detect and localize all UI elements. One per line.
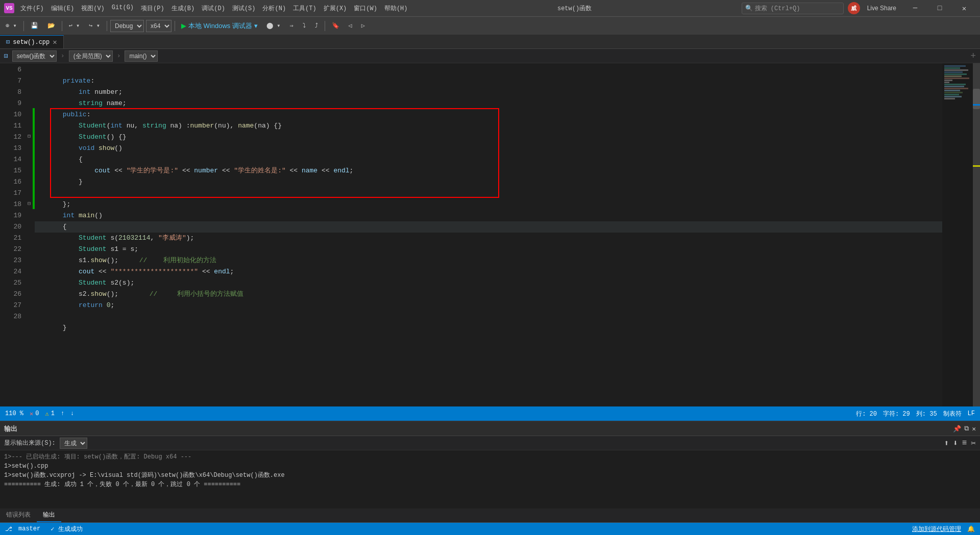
toolbar-open[interactable]: 📂 bbox=[44, 20, 59, 31]
fold-11 bbox=[26, 119, 33, 131]
toolbar-bookmark[interactable]: 🔖 bbox=[328, 20, 343, 31]
toolbar-step-over[interactable]: ⇒ bbox=[286, 20, 297, 31]
output-source-label: 显示输出来源(S): bbox=[4, 439, 56, 447]
title-right: 🔍 搜索 (Ctrl+Q) 威 Live Share ─ □ ✕ bbox=[742, 0, 976, 16]
menu-test[interactable]: 测试(S) bbox=[232, 4, 256, 13]
search-icon: 🔍 bbox=[745, 5, 753, 12]
line-num-25: 25 bbox=[0, 277, 21, 289]
toolbar-breakpoint[interactable]: ⬤ ▾ bbox=[263, 20, 284, 31]
bottom-status-bar: ⎇ master ✓ 生成成功 添加到源代码管理 🔔 bbox=[0, 523, 980, 535]
play-icon: ▶ bbox=[181, 22, 186, 30]
line-num-11: 11 bbox=[0, 120, 21, 132]
tab-output[interactable]: 输出 bbox=[37, 508, 61, 522]
live-share-button[interactable]: Live Share bbox=[864, 4, 899, 13]
toolbar-divider-4 bbox=[175, 21, 175, 31]
status-bar: 110 % ✕ 0 ⚠ 1 ↑ ↓ 行: 20 字符: 29 列: 35 制表符… bbox=[0, 406, 980, 421]
branch-icon: ⎇ bbox=[5, 525, 12, 533]
source-control-label[interactable]: 添加到源代码管理 bbox=[912, 525, 961, 533]
tab-setw-cpp[interactable]: ⊡ setw().cpp ✕ bbox=[0, 35, 64, 48]
toolbar-redo[interactable]: ↪ ▾ bbox=[85, 20, 104, 31]
code-line-9: public: bbox=[35, 98, 942, 109]
code-line-27 bbox=[35, 300, 942, 311]
nav-bar: ⊡ setw()函数 › (全局范围) › main() + bbox=[0, 49, 980, 63]
editor-scrollbar[interactable] bbox=[973, 63, 980, 406]
menu-project[interactable]: 项目(P) bbox=[141, 4, 164, 13]
encoding-info: LF bbox=[968, 410, 975, 417]
menu-bar: 文件(F) 编辑(E) 视图(V) Git(G) 项目(P) 生成(B) 调试(… bbox=[20, 4, 408, 13]
close-button[interactable]: ✕ bbox=[952, 0, 976, 16]
tab-info: 制表符 bbox=[943, 410, 962, 418]
output-close-button[interactable]: ✕ bbox=[972, 425, 976, 433]
fold-column: ⊟ ⊟ bbox=[26, 63, 33, 406]
output-toolbar-btn-3[interactable]: ≡ bbox=[962, 439, 967, 448]
line-num-19: 19 bbox=[0, 210, 21, 221]
toolbar-bookmark-next[interactable]: ▷ bbox=[358, 20, 369, 31]
run-button[interactable]: ▶ 本地 Windows 调试器 ▾ bbox=[178, 20, 261, 32]
toolbar-step-out[interactable]: ⤴ bbox=[311, 20, 322, 31]
output-pin-button[interactable]: 📌 bbox=[953, 425, 961, 433]
debug-config-selector[interactable]: Debug bbox=[110, 20, 144, 32]
code-line-28: } bbox=[35, 311, 942, 322]
output-toolbar-btn-2[interactable]: ⬇ bbox=[953, 438, 958, 448]
output-toolbar-btn-4[interactable]: ✂ bbox=[971, 438, 976, 448]
fold-28 bbox=[26, 310, 33, 321]
down-nav[interactable]: ↓ bbox=[70, 410, 74, 417]
menu-edit[interactable]: 编辑(E) bbox=[51, 4, 75, 13]
output-source-select[interactable]: 生成 bbox=[60, 438, 87, 449]
fold-13 bbox=[26, 142, 33, 153]
fold-12[interactable]: ⊟ bbox=[26, 131, 33, 142]
toolbar-undo[interactable]: ↩ ▾ bbox=[65, 20, 84, 31]
fold-15 bbox=[26, 164, 33, 175]
up-nav[interactable]: ↑ bbox=[61, 410, 64, 417]
menu-window[interactable]: 窗口(W) bbox=[354, 4, 377, 13]
menu-file[interactable]: 文件(F) bbox=[20, 4, 44, 13]
tab-bar: ⊡ setw().cpp ✕ bbox=[0, 35, 980, 49]
toolbar-save-all[interactable]: 💾 bbox=[27, 20, 42, 31]
fold-18[interactable]: ⊟ bbox=[26, 198, 33, 209]
nav-class-selector[interactable]: setw()函数 bbox=[12, 50, 57, 62]
line-num-23: 23 bbox=[0, 255, 21, 266]
menu-extend[interactable]: 扩展(X) bbox=[324, 4, 347, 13]
bottom-status-left: ⎇ master ✓ 生成成功 bbox=[5, 525, 83, 533]
col-info: 列: 35 bbox=[916, 410, 937, 418]
output-float-button[interactable]: ⧉ bbox=[964, 425, 969, 433]
toolbar: ⊕ ▾ 💾 📂 ↩ ▾ ↪ ▾ Debug x64 ▶ 本地 Windows 调… bbox=[0, 16, 980, 35]
code-line-7: int number; bbox=[35, 75, 942, 87]
code-line-6: private: bbox=[35, 64, 942, 75]
bottom-status-right: 添加到源代码管理 🔔 bbox=[912, 525, 975, 533]
nav-member-selector[interactable]: main() bbox=[125, 50, 158, 62]
tab-close-button[interactable]: ✕ bbox=[53, 38, 57, 46]
code-line-16 bbox=[35, 176, 942, 188]
menu-git[interactable]: Git(G) bbox=[112, 4, 134, 13]
code-area[interactable]: private: int number; string name; public… bbox=[35, 63, 942, 406]
platform-selector[interactable]: x64 bbox=[146, 20, 172, 32]
menu-tools[interactable]: 工具(T) bbox=[293, 4, 316, 13]
output-toolbar-btn-1[interactable]: ⬆ bbox=[944, 438, 949, 448]
minimize-button[interactable]: ─ bbox=[903, 0, 927, 16]
maximize-button[interactable]: □ bbox=[928, 0, 951, 16]
tab-label: setw().cpp bbox=[13, 39, 50, 46]
scrollbar-thumb[interactable] bbox=[973, 89, 980, 109]
line-num-9: 9 bbox=[0, 98, 21, 109]
menu-view[interactable]: 视图(V) bbox=[81, 4, 105, 13]
code-line-14: cout << "学生的学号是:" << number << "学生的姓名是:"… bbox=[35, 154, 942, 165]
menu-build[interactable]: 生成(B) bbox=[172, 4, 195, 13]
zoom-level: 110 % bbox=[5, 410, 23, 417]
line-num-10: 10 bbox=[0, 109, 21, 120]
menu-analyze[interactable]: 分析(N) bbox=[262, 4, 286, 13]
toolbar-divider-1 bbox=[23, 21, 24, 31]
toolbar-bookmark-prev[interactable]: ◁ bbox=[345, 20, 356, 31]
search-box[interactable]: 🔍 搜索 (Ctrl+Q) bbox=[742, 3, 844, 14]
menu-debug[interactable]: 调试(D) bbox=[202, 4, 225, 13]
nav-scope-selector[interactable]: (全局范围) bbox=[69, 50, 113, 62]
output-line-2: 1>setw()函数.vcxproj -> E:\visual std(源码)\… bbox=[4, 471, 976, 480]
line-num-13: 13 bbox=[0, 143, 21, 154]
tab-error-list[interactable]: 错误列表 bbox=[0, 508, 37, 522]
nav-pin-button[interactable]: + bbox=[970, 51, 976, 61]
build-success-label: ✓ 生成成功 bbox=[51, 525, 82, 533]
menu-help[interactable]: 帮助(H) bbox=[384, 4, 408, 13]
vs-logo: VS bbox=[4, 3, 14, 13]
title-bar: VS 文件(F) 编辑(E) 视图(V) Git(G) 项目(P) 生成(B) … bbox=[0, 0, 980, 16]
toolbar-step-in[interactable]: ⤵ bbox=[299, 20, 309, 31]
toolbar-new[interactable]: ⊕ ▾ bbox=[2, 20, 20, 31]
